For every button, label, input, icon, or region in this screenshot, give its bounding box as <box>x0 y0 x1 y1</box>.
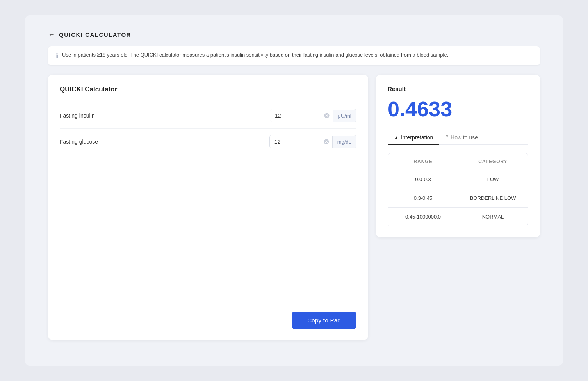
fasting-glucose-clear-button[interactable] <box>321 139 332 144</box>
fasting-glucose-input[interactable] <box>270 135 321 148</box>
interpretation-table: RANGE CATEGORY 0.0-0.3 LOW 0.3-0.45 BORD… <box>388 153 528 226</box>
how-to-use-tab-label: How to use <box>451 134 478 141</box>
range-0: 0.0-0.3 <box>388 170 458 189</box>
app-window: ← QUICKI CALCULATOR ℹ Use in patients ≥1… <box>25 15 563 366</box>
category-1: BORDERLINE LOW <box>458 189 528 207</box>
interpretation-tab-icon: ▲ <box>394 135 399 140</box>
fasting-insulin-row: Fasting insulin μU/ml <box>60 103 356 129</box>
info-icon: ℹ <box>56 52 58 60</box>
category-2: NORMAL <box>458 208 528 226</box>
fasting-insulin-input[interactable] <box>270 109 321 122</box>
result-tabs: ▲ Interpretation ? How to use <box>388 130 528 145</box>
calculator-title: QUICKI Calculator <box>60 85 356 93</box>
category-0: LOW <box>458 170 528 189</box>
range-header: RANGE <box>388 153 458 170</box>
fasting-glucose-input-wrapper: mg/dL <box>269 135 356 148</box>
range-1: 0.3-0.45 <box>388 189 458 207</box>
fasting-insulin-clear-button[interactable] <box>321 113 333 118</box>
interpretation-tab-label: Interpretation <box>401 134 433 141</box>
fasting-glucose-unit: mg/dL <box>332 136 356 148</box>
fasting-glucose-label: Fasting glucose <box>60 139 269 145</box>
table-row: 0.45-1000000.0 NORMAL <box>388 208 528 226</box>
table-row: 0.3-0.45 BORDERLINE LOW <box>388 189 528 208</box>
result-panel: Result 0.4633 ▲ Interpretation ? How to … <box>376 75 540 237</box>
info-text: Use in patients ≥18 years old. The QUICK… <box>62 52 448 58</box>
calculator-panel: QUICKI Calculator Fasting insulin μU/ml … <box>48 75 368 340</box>
result-label: Result <box>388 85 528 92</box>
back-button[interactable]: ← <box>48 30 55 39</box>
page-header: ← QUICKI CALCULATOR <box>48 30 540 39</box>
category-header: CATEGORY <box>458 153 528 170</box>
info-banner: ℹ Use in patients ≥18 years old. The QUI… <box>48 46 540 65</box>
how-to-use-tab-icon: ? <box>445 135 448 140</box>
fasting-glucose-row: Fasting glucose mg/dL <box>60 129 356 155</box>
main-content: QUICKI Calculator Fasting insulin μU/ml … <box>48 75 540 340</box>
fasting-insulin-input-wrapper: μU/ml <box>270 109 356 122</box>
result-value: 0.4633 <box>388 97 528 121</box>
table-header: RANGE CATEGORY <box>388 153 528 170</box>
page-title: QUICKI CALCULATOR <box>59 31 131 38</box>
copy-btn-wrapper: Copy to Pad <box>60 304 356 329</box>
fasting-insulin-unit: μU/ml <box>333 110 356 122</box>
tab-how-to-use[interactable]: ? How to use <box>439 130 484 145</box>
range-2: 0.45-1000000.0 <box>388 208 458 226</box>
table-row: 0.0-0.3 LOW <box>388 170 528 189</box>
tab-interpretation[interactable]: ▲ Interpretation <box>388 130 439 145</box>
copy-to-pad-button[interactable]: Copy to Pad <box>292 312 356 329</box>
fasting-insulin-label: Fasting insulin <box>60 112 270 119</box>
